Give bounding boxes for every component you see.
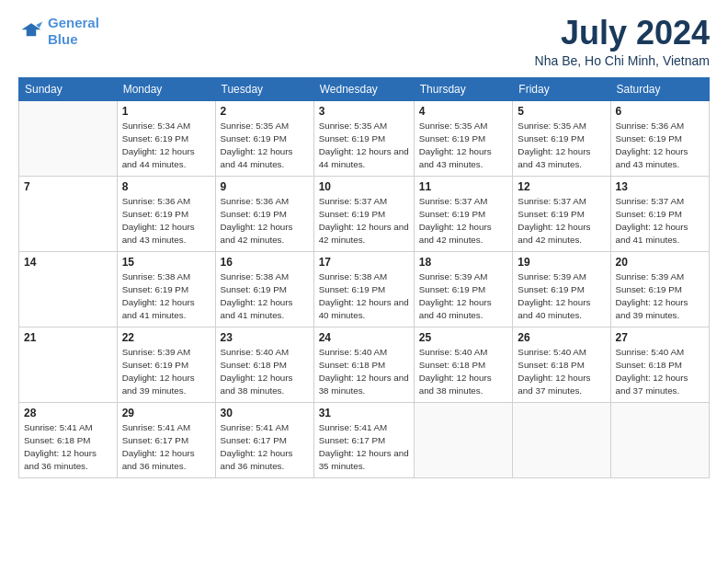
day-info: Sunrise: 5:35 AM Sunset: 6:19 PM Dayligh…: [319, 120, 409, 172]
calendar-day-header: Monday: [117, 77, 215, 100]
title-block: July 2024 Nha Be, Ho Chi Minh, Vietnam: [535, 15, 710, 68]
calendar-cell: 5Sunrise: 5:35 AM Sunset: 6:19 PM Daylig…: [513, 100, 610, 176]
calendar-cell: 25Sunrise: 5:40 AM Sunset: 6:18 PM Dayli…: [414, 327, 513, 402]
calendar-week-row: 1415Sunrise: 5:38 AM Sunset: 6:19 PM Day…: [19, 251, 710, 327]
day-info: Sunrise: 5:37 AM Sunset: 6:19 PM Dayligh…: [616, 195, 704, 247]
day-info: Sunrise: 5:38 AM Sunset: 6:19 PM Dayligh…: [221, 270, 309, 323]
logo-text: General Blue: [48, 15, 99, 48]
calendar-cell: 1Sunrise: 5:34 AM Sunset: 6:19 PM Daylig…: [117, 100, 215, 176]
day-number: 11: [419, 180, 508, 193]
calendar-cell: 3Sunrise: 5:35 AM Sunset: 6:19 PM Daylig…: [313, 100, 414, 176]
logo: General Blue: [18, 15, 99, 48]
day-info: Sunrise: 5:41 AM Sunset: 6:17 PM Dayligh…: [122, 421, 210, 474]
day-number: 16: [221, 256, 309, 269]
calendar-header-row: SundayMondayTuesdayWednesdayThursdayFrid…: [19, 77, 710, 100]
day-number: 14: [24, 256, 112, 269]
day-number: 23: [221, 331, 309, 344]
day-info: Sunrise: 5:36 AM Sunset: 6:19 PM Dayligh…: [616, 120, 704, 172]
calendar-cell: 11Sunrise: 5:37 AM Sunset: 6:19 PM Dayli…: [414, 176, 513, 251]
page-header: General Blue July 2024 Nha Be, Ho Chi Mi…: [18, 15, 710, 68]
location-subtitle: Nha Be, Ho Chi Minh, Vietnam: [535, 53, 710, 68]
calendar-day-header: Wednesday: [313, 77, 414, 100]
calendar-week-row: 28Sunrise: 5:41 AM Sunset: 6:18 PM Dayli…: [19, 402, 710, 477]
calendar-cell: 10Sunrise: 5:37 AM Sunset: 6:19 PM Dayli…: [313, 176, 414, 251]
day-number: 9: [221, 180, 309, 193]
calendar-week-row: 2122Sunrise: 5:39 AM Sunset: 6:19 PM Day…: [19, 327, 710, 402]
day-number: 21: [24, 331, 112, 344]
day-number: 2: [221, 105, 309, 118]
calendar-table: SundayMondayTuesdayWednesdayThursdayFrid…: [18, 77, 710, 478]
calendar-cell: 20Sunrise: 5:39 AM Sunset: 6:19 PM Dayli…: [610, 251, 709, 327]
calendar-cell: [610, 402, 709, 477]
calendar-cell: 30Sunrise: 5:41 AM Sunset: 6:17 PM Dayli…: [215, 402, 313, 477]
day-info: Sunrise: 5:39 AM Sunset: 6:19 PM Dayligh…: [122, 346, 210, 398]
day-number: 26: [518, 331, 605, 344]
calendar-cell: 8Sunrise: 5:36 AM Sunset: 6:19 PM Daylig…: [117, 176, 215, 251]
calendar-cell: 22Sunrise: 5:39 AM Sunset: 6:19 PM Dayli…: [117, 327, 215, 402]
day-number: 30: [221, 407, 309, 419]
day-number: 13: [616, 180, 704, 193]
day-number: 6: [616, 105, 704, 118]
calendar-cell: 4Sunrise: 5:35 AM Sunset: 6:19 PM Daylig…: [414, 100, 513, 176]
day-info: Sunrise: 5:40 AM Sunset: 6:18 PM Dayligh…: [616, 346, 704, 398]
calendar-cell: 29Sunrise: 5:41 AM Sunset: 6:17 PM Dayli…: [117, 402, 215, 477]
day-info: Sunrise: 5:38 AM Sunset: 6:19 PM Dayligh…: [319, 270, 409, 323]
day-info: Sunrise: 5:41 AM Sunset: 6:18 PM Dayligh…: [24, 421, 112, 474]
day-info: Sunrise: 5:36 AM Sunset: 6:19 PM Dayligh…: [122, 195, 210, 247]
calendar-cell: 23Sunrise: 5:40 AM Sunset: 6:18 PM Dayli…: [215, 327, 313, 402]
calendar-cell: 31Sunrise: 5:41 AM Sunset: 6:17 PM Dayli…: [313, 402, 414, 477]
calendar-cell: 19Sunrise: 5:39 AM Sunset: 6:19 PM Dayli…: [513, 251, 610, 327]
calendar-week-row: 1Sunrise: 5:34 AM Sunset: 6:19 PM Daylig…: [19, 100, 710, 176]
calendar-cell: 9Sunrise: 5:36 AM Sunset: 6:19 PM Daylig…: [215, 176, 313, 251]
day-info: Sunrise: 5:39 AM Sunset: 6:19 PM Dayligh…: [518, 270, 605, 323]
day-number: 17: [319, 256, 409, 269]
day-number: 31: [319, 407, 409, 419]
calendar-body: 1Sunrise: 5:34 AM Sunset: 6:19 PM Daylig…: [19, 100, 710, 477]
day-info: Sunrise: 5:37 AM Sunset: 6:19 PM Dayligh…: [319, 195, 409, 247]
calendar-cell: 28Sunrise: 5:41 AM Sunset: 6:18 PM Dayli…: [19, 402, 118, 477]
day-info: Sunrise: 5:35 AM Sunset: 6:19 PM Dayligh…: [419, 120, 508, 172]
calendar-cell: 16Sunrise: 5:38 AM Sunset: 6:19 PM Dayli…: [215, 251, 313, 327]
calendar-cell: 13Sunrise: 5:37 AM Sunset: 6:19 PM Dayli…: [610, 176, 709, 251]
calendar-day-header: Sunday: [19, 77, 118, 100]
month-year-title: July 2024: [535, 15, 710, 52]
day-info: Sunrise: 5:40 AM Sunset: 6:18 PM Dayligh…: [319, 346, 409, 398]
day-number: 19: [518, 256, 605, 269]
calendar-day-header: Saturday: [610, 77, 709, 100]
day-number: 27: [616, 331, 704, 344]
calendar-cell: 17Sunrise: 5:38 AM Sunset: 6:19 PM Dayli…: [313, 251, 414, 327]
calendar-cell: 24Sunrise: 5:40 AM Sunset: 6:18 PM Dayli…: [313, 327, 414, 402]
calendar-week-row: 78Sunrise: 5:36 AM Sunset: 6:19 PM Dayli…: [19, 176, 710, 251]
day-number: 7: [24, 180, 112, 193]
day-info: Sunrise: 5:37 AM Sunset: 6:19 PM Dayligh…: [419, 195, 508, 247]
calendar-day-header: Friday: [513, 77, 610, 100]
day-number: 24: [319, 331, 409, 344]
day-info: Sunrise: 5:40 AM Sunset: 6:18 PM Dayligh…: [518, 346, 605, 398]
day-number: 15: [122, 256, 210, 269]
calendar-day-header: Thursday: [414, 77, 513, 100]
day-info: Sunrise: 5:40 AM Sunset: 6:18 PM Dayligh…: [221, 346, 309, 398]
day-number: 8: [122, 180, 210, 193]
calendar-cell: 7: [19, 176, 118, 251]
calendar-cell: 6Sunrise: 5:36 AM Sunset: 6:19 PM Daylig…: [610, 100, 709, 176]
calendar-cell: [19, 100, 118, 176]
calendar-cell: [513, 402, 610, 477]
day-info: Sunrise: 5:39 AM Sunset: 6:19 PM Dayligh…: [616, 270, 704, 323]
day-number: 29: [122, 407, 210, 419]
calendar-cell: 14: [19, 251, 118, 327]
calendar-cell: 18Sunrise: 5:39 AM Sunset: 6:19 PM Dayli…: [414, 251, 513, 327]
day-info: Sunrise: 5:35 AM Sunset: 6:19 PM Dayligh…: [221, 120, 309, 172]
day-number: 28: [24, 407, 112, 419]
day-number: 18: [419, 256, 508, 269]
calendar-day-header: Tuesday: [215, 77, 313, 100]
day-info: Sunrise: 5:40 AM Sunset: 6:18 PM Dayligh…: [419, 346, 508, 398]
calendar-cell: 26Sunrise: 5:40 AM Sunset: 6:18 PM Dayli…: [513, 327, 610, 402]
day-info: Sunrise: 5:35 AM Sunset: 6:19 PM Dayligh…: [518, 120, 605, 172]
day-info: Sunrise: 5:37 AM Sunset: 6:19 PM Dayligh…: [518, 195, 605, 247]
day-info: Sunrise: 5:34 AM Sunset: 6:19 PM Dayligh…: [122, 120, 210, 172]
day-number: 12: [518, 180, 605, 193]
day-info: Sunrise: 5:36 AM Sunset: 6:19 PM Dayligh…: [221, 195, 309, 247]
calendar-cell: 2Sunrise: 5:35 AM Sunset: 6:19 PM Daylig…: [215, 100, 313, 176]
calendar-cell: 12Sunrise: 5:37 AM Sunset: 6:19 PM Dayli…: [513, 176, 610, 251]
day-number: 4: [419, 105, 508, 118]
